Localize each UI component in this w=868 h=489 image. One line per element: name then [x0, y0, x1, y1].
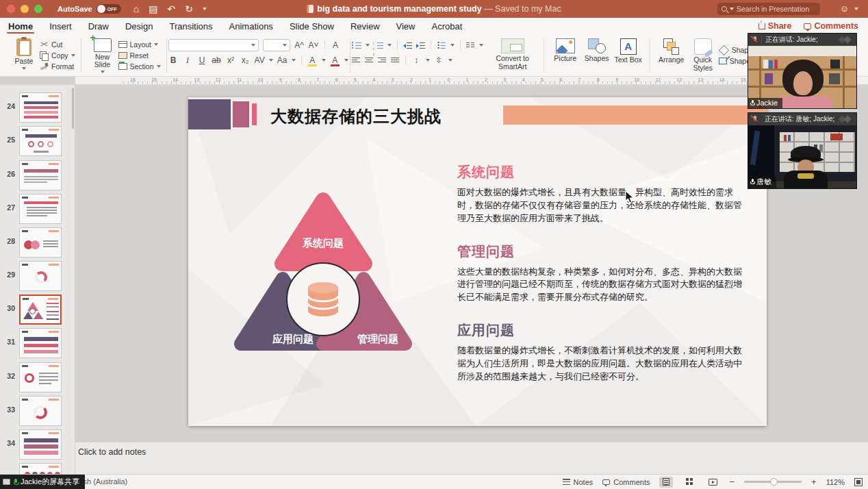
home-icon[interactable]: ⌂ — [133, 3, 139, 14]
copy-button[interactable]: Copy — [40, 50, 75, 60]
minimize-button[interactable] — [21, 5, 29, 13]
toolbar-overflow-icon[interactable] — [203, 8, 207, 10]
slide-thumbnail-34[interactable] — [19, 429, 62, 460]
section-heading-management[interactable]: 管理问题 — [457, 242, 746, 261]
slide-thumbnail-29[interactable] — [19, 261, 62, 291]
arrange-button[interactable]: Arrange — [656, 37, 687, 73]
chevron-down-icon[interactable] — [448, 59, 452, 62]
picture-button[interactable]: Picture — [550, 37, 581, 73]
search-box[interactable] — [717, 3, 820, 15]
section-body-management[interactable]: 这些大量的数据结构复杂，种类繁多，如何对分布、多态、异构的大数据进行管理的问题已… — [457, 266, 746, 305]
feedback-chevron-icon[interactable] — [854, 8, 858, 10]
system-triangle[interactable] — [282, 200, 365, 264]
autosave-control[interactable]: AutoSave OFF — [58, 4, 121, 14]
zoom-in-button[interactable]: + — [811, 477, 817, 487]
redo-icon[interactable]: ↻ — [185, 3, 193, 14]
convert-to-smartart-button[interactable]: Convert to SmartArt — [487, 37, 538, 73]
notes-toggle-button[interactable]: Notes — [563, 478, 593, 486]
sidebar-scrollbar[interactable] — [72, 88, 74, 129]
bullets-button[interactable] — [352, 42, 361, 49]
slide-thumbnail-31[interactable] — [19, 328, 62, 358]
font-color-button[interactable]: A — [330, 55, 340, 65]
notes-placeholder[interactable]: Click to add notes — [78, 447, 146, 457]
tab-review[interactable]: Review — [342, 18, 388, 34]
tab-view[interactable]: View — [388, 18, 424, 34]
chevron-down-icon[interactable] — [426, 59, 430, 62]
character-spacing-button[interactable]: AV — [255, 55, 265, 65]
decrease-font-button[interactable]: A˅ — [309, 40, 319, 50]
tab-transitions[interactable]: Transitions — [161, 18, 220, 34]
slide-thumbnail-30-selected[interactable] — [19, 294, 62, 325]
text-box-button[interactable]: AText Box — [613, 37, 644, 73]
slide-thumbnail-24[interactable] — [19, 92, 62, 123]
new-slide-button[interactable]: New Slide — [87, 37, 118, 73]
zoom-level[interactable]: 112% — [826, 478, 845, 486]
font-size-select[interactable] — [263, 39, 290, 51]
section-body-system[interactable]: 面对大数据的爆炸式增长，且具有大数据量、异构型、高时效性的需求时，数据的存储不仅… — [457, 186, 746, 225]
comments-toggle-button[interactable]: Comments — [602, 478, 650, 486]
close-button[interactable] — [7, 5, 15, 13]
chevron-down-icon[interactable] — [387, 44, 392, 47]
chevron-down-icon[interactable] — [292, 59, 296, 62]
challenges-triangle-diagram[interactable]: 系统问题 应用问题 管理问题 — [219, 185, 424, 364]
section-body-application[interactable]: 随着数据量的爆炸式增长，不断刺激着计算机技术的发展，如何利用大数据为人们生活所用… — [457, 344, 746, 384]
slide-thumbnail-25[interactable] — [19, 126, 62, 156]
feedback-smiley-icon[interactable]: ☺ — [840, 3, 849, 14]
fullscreen-button[interactable] — [34, 5, 42, 13]
align-left-button[interactable] — [352, 57, 361, 64]
format-painter-button[interactable]: Format — [40, 61, 75, 71]
tab-draw[interactable]: Draw — [80, 18, 117, 34]
slide-thumbnail-pane[interactable]: 24 25 26 27 28 — [0, 85, 75, 474]
notes-pane[interactable]: Click to add notes — [75, 442, 868, 474]
reset-button[interactable]: Reset — [118, 50, 161, 60]
italic-button[interactable]: I — [183, 55, 193, 66]
slide-thumbnail-27[interactable] — [19, 194, 62, 224]
chevron-down-icon[interactable] — [322, 59, 326, 62]
chevron-down-icon[interactable] — [71, 54, 75, 57]
chevron-down-icon[interactable] — [366, 44, 370, 47]
save-icon[interactable]: ▤ — [149, 3, 157, 14]
section-heading-application[interactable]: 应用问题 — [457, 321, 746, 340]
shapes-button[interactable]: Shapes — [581, 37, 613, 73]
clear-formatting-button[interactable]: A — [331, 40, 341, 50]
change-case-button[interactable]: Aa — [277, 55, 288, 65]
text-direction-button[interactable]: ↕ — [411, 55, 422, 65]
slide-title[interactable]: 大数据存储的三大挑战 — [270, 102, 442, 131]
section-button[interactable]: Section — [118, 61, 161, 71]
slide-thumbnail-26[interactable] — [19, 160, 62, 190]
chevron-down-icon[interactable] — [450, 44, 455, 47]
bold-button[interactable]: B — [168, 55, 179, 65]
autosave-toggle[interactable]: OFF — [97, 4, 121, 14]
tab-animations[interactable]: Animations — [221, 18, 281, 34]
align-center-button[interactable] — [365, 57, 374, 64]
layout-button[interactable]: Layout — [118, 39, 161, 49]
slide-30[interactable]: 大数据存储的三大挑战 系统问题 应用问题 管理问题 — [188, 97, 767, 426]
chevron-down-icon[interactable] — [22, 67, 26, 70]
undo-icon[interactable]: ↶ — [167, 3, 175, 14]
chevron-down-icon[interactable] — [157, 65, 161, 68]
align-right-button[interactable] — [378, 57, 387, 64]
slide-thumbnail-32[interactable] — [19, 362, 62, 392]
chevron-down-icon[interactable] — [101, 71, 105, 73]
highlight-color-button[interactable]: A — [307, 55, 318, 65]
slide-thumbnail-33[interactable] — [19, 396, 62, 426]
zoom-slider[interactable] — [744, 481, 802, 483]
slide-thumbnail-35[interactable] — [19, 463, 62, 474]
increase-font-button[interactable]: A^ — [294, 40, 305, 50]
superscript-button[interactable]: x² — [226, 55, 236, 65]
tab-design[interactable]: Design — [117, 18, 161, 34]
tab-acrobat[interactable]: Acrobat — [424, 18, 471, 34]
zoom-slider-knob[interactable] — [770, 478, 778, 486]
increase-indent-button[interactable] — [416, 42, 425, 49]
tab-home[interactable]: Home — [0, 18, 41, 34]
meeting-video-window-jackie[interactable]: 正在讲话: Jackie; Jackie — [748, 33, 857, 109]
decrease-indent-button[interactable] — [403, 42, 412, 49]
zoom-out-button[interactable]: − — [729, 477, 735, 487]
paste-button[interactable]: Paste — [8, 37, 40, 73]
line-spacing-button[interactable] — [437, 42, 445, 49]
normal-view-button[interactable] — [659, 477, 673, 488]
fit-slide-button[interactable] — [854, 478, 863, 486]
cut-button[interactable]: Cut — [40, 39, 75, 49]
quick-styles-button[interactable]: Quick Styles — [687, 37, 719, 73]
slideshow-button[interactable] — [706, 477, 719, 488]
